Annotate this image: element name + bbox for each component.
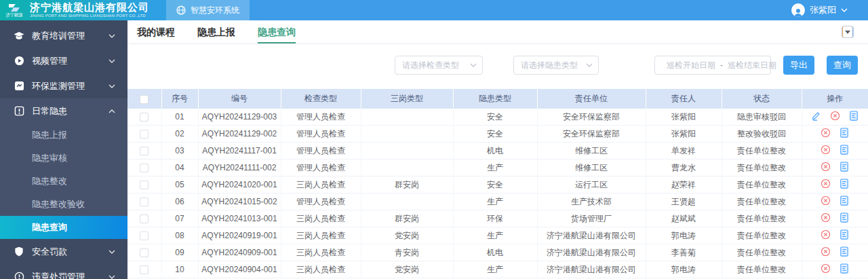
post-type-cell — [361, 160, 453, 176]
sidebar-item[interactable]: 安全罚款 — [0, 239, 127, 264]
detail-button[interactable] — [840, 179, 849, 191]
status-cell: 责任单位整改 — [722, 160, 802, 176]
row-checkbox[interactable] — [140, 181, 149, 189]
detail-button[interactable] — [840, 145, 849, 157]
table-row: 06AQYH20241015-002管理人员检查生产生产技术部王贤超责任单位整改 — [127, 193, 868, 210]
code-cell: AQYH20240919-001 — [198, 227, 281, 244]
column-header: 责任人 — [646, 89, 722, 109]
sidebar-item[interactable]: 日常隐患 — [0, 98, 127, 124]
sidebar-item[interactable]: 视频管理 — [0, 48, 127, 73]
person-icon — [793, 7, 803, 17]
sidebar-subitem[interactable]: 隐患整改验收 — [0, 193, 127, 216]
collapse-tabs-button[interactable] — [842, 26, 854, 38]
status-cell: 责任单位整改 — [722, 210, 802, 227]
detail-button[interactable] — [840, 246, 849, 259]
row-checkbox[interactable] — [140, 113, 149, 122]
row-checkbox[interactable] — [140, 248, 149, 257]
sidebar-subitem[interactable]: 隐患查询 — [0, 216, 127, 239]
export-button[interactable]: 导出 — [783, 56, 814, 75]
date-start-placeholder: 巡检开始日期 — [667, 60, 715, 71]
seq-cell: 08 — [161, 227, 198, 244]
detail-button[interactable] — [840, 162, 849, 174]
operations — [804, 261, 867, 278]
row-checkbox[interactable] — [140, 130, 149, 138]
delete-button[interactable] — [830, 111, 840, 123]
row-checkbox-cell — [127, 109, 161, 126]
sidebar-subitem[interactable]: 隐患上报 — [0, 124, 127, 147]
detail-button[interactable] — [840, 196, 849, 208]
row-checkbox-cell — [127, 126, 161, 143]
check-type-cell: 三岗人员检查 — [281, 244, 361, 261]
row-checkbox[interactable] — [140, 265, 149, 274]
operations-cell — [802, 126, 868, 143]
circle-x-icon — [821, 263, 831, 276]
user-menu[interactable]: 张紫阳 — [791, 3, 868, 17]
circle-x-icon — [821, 196, 831, 208]
select-all-checkbox[interactable] — [140, 95, 149, 104]
delete-button[interactable] — [821, 229, 831, 242]
chevron-down-icon — [108, 84, 115, 88]
graduation-cap-icon — [14, 31, 24, 41]
check-type-select[interactable]: 请选择检查类型 — [395, 56, 483, 75]
system-tab-label: 智慧安环系统 — [191, 5, 239, 16]
hazard-type-cell: 生产 — [453, 193, 537, 210]
sidebar-item-label: 视频管理 — [32, 55, 67, 67]
sidebar-item[interactable]: 违章处罚管理 — [0, 264, 127, 279]
tab-1[interactable]: 我的课程 — [137, 20, 175, 43]
delete-button[interactable] — [821, 128, 831, 140]
delete-button[interactable] — [821, 145, 831, 157]
status-cell: 责任单位整改 — [722, 227, 802, 244]
delete-button[interactable] — [821, 212, 831, 225]
hazard-type-placeholder: 请选择隐患类型 — [521, 60, 578, 71]
sidebar-item[interactable]: 教育培训管理 — [0, 23, 127, 48]
document-icon — [849, 111, 859, 123]
delete-button[interactable] — [821, 246, 831, 259]
tab-3[interactable]: 隐患查询 — [258, 20, 296, 43]
table-row: 03AQYH20241117-001管理人员检查机电维修工区单发祥责任单位整改 — [127, 143, 868, 160]
sidebar-item[interactable]: 环保监测管理 — [0, 73, 127, 98]
row-checkbox[interactable] — [140, 198, 149, 206]
detail-button[interactable] — [840, 212, 849, 225]
row-checkbox[interactable] — [140, 147, 149, 155]
detail-button[interactable] — [840, 128, 849, 140]
person-cell: 李善菊 — [646, 244, 722, 261]
delete-button[interactable] — [821, 196, 831, 208]
code-cell: AQYH20241111-002 — [198, 160, 281, 176]
delete-button[interactable] — [821, 162, 831, 174]
delete-button[interactable] — [821, 179, 831, 191]
chevron-down-icon — [586, 63, 593, 67]
unit-cell: 货场管理厂 — [537, 210, 646, 227]
detail-button[interactable] — [840, 263, 849, 276]
detail-button[interactable] — [840, 229, 849, 242]
detail-button[interactable] — [849, 111, 859, 123]
hazard-type-select[interactable]: 请选择隐患类型 — [513, 56, 599, 75]
brand-area: 济宁能源 济宁港航梁山港有限公司 JINING PORT AND SHIPPIN… — [0, 2, 159, 18]
chevron-down-icon — [470, 63, 477, 67]
table-row: 02AQYH20241129-002管理人员检查安全安全环保监察部张紫阳整改验收… — [127, 126, 868, 143]
query-button[interactable]: 查询 — [827, 56, 858, 75]
code-cell: AQYH20241013-001 — [198, 210, 281, 227]
code-cell: AQYH20240904-001 — [198, 261, 281, 278]
post-type-cell: 党安岗 — [361, 261, 453, 278]
seq-cell: 10 — [161, 261, 198, 278]
sidebar-subitem[interactable]: 隐患整改 — [0, 170, 127, 193]
row-checkbox[interactable] — [140, 164, 149, 172]
system-tab-smart-safety[interactable]: 智慧安环系统 — [166, 0, 250, 20]
sidebar-subitem[interactable]: 隐患审核 — [0, 147, 127, 170]
chevron-up-icon — [108, 109, 115, 113]
row-checkbox[interactable] — [140, 215, 149, 223]
row-checkbox-cell — [127, 244, 161, 261]
column-header: 编号 — [198, 89, 281, 109]
check-type-cell: 管理人员检查 — [281, 126, 361, 143]
edit-button[interactable] — [811, 111, 821, 123]
row-checkbox[interactable] — [140, 231, 149, 240]
patrol-date-range-picker[interactable]: 巡检开始日期 - 巡检结束日期 — [654, 56, 771, 75]
person-cell: 郭电涛 — [646, 261, 722, 278]
document-icon — [840, 145, 849, 157]
sidebar-item-label: 安全罚款 — [32, 246, 67, 258]
table-row: 04AQYH20241111-002管理人员检查生产维修工区曹龙水责任单位整改 — [127, 160, 868, 176]
circle-x-icon — [821, 128, 831, 140]
delete-button[interactable] — [821, 263, 831, 276]
unit-cell: 济宁港航梁山港有限公司 — [537, 227, 646, 244]
tab-2[interactable]: 隐患上报 — [197, 20, 235, 43]
